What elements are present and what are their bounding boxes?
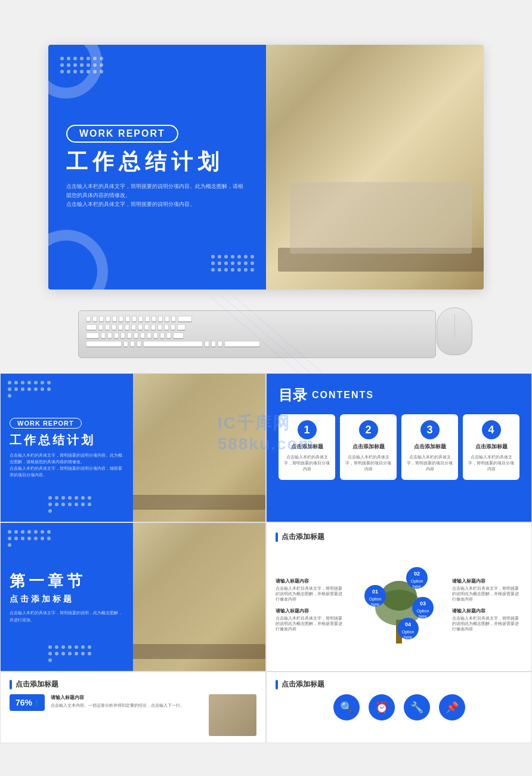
stats-sub-text: 点击输入文本内容。一切运算分析并得到定量的结论，点击输入下一行。 — [51, 703, 203, 709]
svg-text:04: 04 — [405, 621, 411, 627]
stats-photo-placeholder — [209, 694, 256, 736]
card-text-4: 点击输入本栏的具体文字，简明扼要的项目分项内容 — [468, 454, 515, 472]
svg-text:here: here — [404, 635, 412, 639]
icons-row: 🔍 ⏰ 🔧 📌 — [276, 694, 522, 720]
clock-icon: ⏰ — [375, 701, 388, 714]
subtitle-slide2: 点击输入本栏的具体文字，简明扼要的说明分项内容。此为概念图解，请根据您的具体内容… — [10, 452, 124, 479]
content-card-3: 3 点击添加标题 点击输入本栏的具体文字，简明扼要的项目分项内容 — [401, 414, 458, 480]
photo-placeholder-main — [266, 45, 484, 290]
svg-text:Option: Option — [417, 609, 429, 614]
title-slide2: 工作总结计划 — [10, 432, 124, 448]
deco-dots-slide2 — [8, 381, 51, 398]
pin-icon: 📌 — [446, 701, 459, 714]
chinese-title-main: 工作总结计划 — [66, 149, 248, 174]
slide-stats: 点击添加标题 76% ↑ 请输入标题内容 点击输入文本内容。一切运算分析并得到定… — [0, 672, 266, 743]
card-num-4: 4 — [482, 420, 501, 439]
svg-text:02: 02 — [414, 571, 420, 577]
icon-circle-pin: 📌 — [439, 694, 465, 720]
chapter-num: 第一章节 — [10, 571, 124, 592]
laptop-slide2 — [120, 495, 265, 510]
text-block-left-1: 请输入标题内容 点击输入本栏目具体文字，简明扼要的说明此为概念图解，并根据需要进… — [276, 578, 346, 602]
photo-slide2 — [120, 374, 265, 522]
svg-line-1 — [233, 295, 323, 373]
content-card-1: 1 点击添加标题 点击输入本栏的具体文字，简明扼要的项目分项内容 — [279, 414, 335, 480]
icon-circle-clock: ⏰ — [369, 694, 395, 720]
stats-text-block: 请输入标题内容 点击输入文本内容。一切运算分析并得到定量的结论，点击输入下一行。 — [51, 694, 203, 709]
card-title-3: 点击添加标题 — [414, 443, 446, 451]
tree-title: 点击添加标题 — [276, 532, 522, 542]
photo-chapter — [120, 523, 265, 671]
deco-circle-bottomleft — [48, 230, 108, 290]
laptop-chapter — [120, 644, 265, 659]
stats-content: 76% ↑ 请输入标题内容 点击输入文本内容。一切运算分析并得到定量的结论，点击… — [10, 694, 256, 736]
deco-dots-chapter-br — [48, 645, 91, 662]
contents-cards: 1 点击添加标题 点击输入本栏的具体文字，简明扼要的项目分项内容 2 点击添加标… — [279, 414, 519, 480]
screen-shape — [290, 182, 472, 254]
subtitle-main: 点击输入本栏的具体文字，简明扼要的说明分项内容。此为概念图解，请根据您的具体内容… — [66, 182, 248, 210]
chapter-desc: 点击输入本栏的具体文字，简明扼要的说明，此为概念图解，并进行添加。 — [10, 609, 124, 623]
card-text-3: 点击输入本栏的具体文字，简明扼要的项目分项内容 — [406, 454, 453, 472]
content-card-2: 2 点击添加标题 点击输入本栏的具体文字，简明扼要的项目分项内容 — [340, 414, 397, 480]
work-report-badge-main: WORK REPORT — [66, 125, 178, 143]
svg-text:here: here — [413, 584, 421, 589]
keyboard-area — [0, 295, 532, 373]
title-indicator — [276, 532, 278, 542]
percent-badge: 76% ↑ — [10, 694, 45, 711]
svg-text:03: 03 — [420, 601, 426, 606]
stats-title-indicator — [10, 680, 12, 689]
contents-title-english: CONTENTS — [312, 390, 374, 401]
icons-title: 点击添加标题 — [276, 679, 522, 689]
slide-chapter: 第一章节 点击添加标题 点击输入本栏的具体文字，简明扼要的说明，此为概念图解，并… — [0, 522, 266, 672]
percent-value: 76% — [16, 698, 32, 707]
tree-content: 请输入标题内容 点击输入本栏目具体文字，简明扼要的说明此为概念图解，并根据需要进… — [276, 548, 522, 661]
deco-dots-bottomright — [211, 255, 254, 272]
tree-row-text-2: 请输入标题内容 点击输入本栏目具体文字，简明扼要的说明此为概念图解，并根据需要进… — [276, 608, 346, 632]
tree-text-right: 请输入标题内容 点击输入本栏目具体文字，简明扼要的说明此为概念图解，并根据需要进… — [452, 578, 522, 632]
icons-title-indicator — [276, 680, 278, 689]
svg-line-0 — [221, 295, 311, 373]
card-num-1: 1 — [298, 420, 317, 439]
arrow-up-icon: ↑ — [35, 698, 39, 707]
text-block-left-2: 请输入标题内容 点击输入本栏目具体文字，简明扼要的说明此为概念图解，并根据需要进… — [276, 608, 346, 632]
stats-title: 点击添加标题 — [10, 679, 256, 689]
icon-circle-search: 🔍 — [333, 694, 360, 720]
slide-main: WORK REPORT 工作总结计划 点击输入本栏的具体文字，简明扼要的说明分项… — [48, 45, 484, 290]
wrench-icon: 🔧 — [410, 701, 423, 714]
card-title-2: 点击添加标题 — [352, 443, 385, 451]
svg-line-2 — [209, 295, 299, 373]
tree-text-body-r1: 点击输入本栏目具体文字，简明扼要的说明此为概念图解，并根据需要进行修改内容 — [452, 586, 522, 602]
card-text-1: 点击输入本栏的具体文字，简明扼要的项目分项内容 — [283, 454, 330, 472]
text-block-right-2: 请输入标题内容 点击输入本栏目具体文字，简明扼要的说明此为概念图解，并根据需要进… — [452, 608, 522, 632]
tree-row-text-1: 请输入标题内容 点击输入本栏目具体文字，简明扼要的说明此为概念图解，并根据需要进… — [276, 578, 346, 602]
deco-dots-chapter — [8, 530, 51, 547]
tree-text-title-l2: 请输入标题内容 — [276, 608, 346, 614]
svg-text:here: here — [419, 614, 427, 618]
slide-contents: 目录 CONTENTS 1 点击添加标题 点击输入本栏的具体文字，简明扼要的项目… — [266, 373, 532, 522]
diagonal-lines-deco — [191, 295, 341, 373]
badge-slide2: WORK REPORT — [10, 418, 82, 429]
card-num-2: 2 — [359, 420, 378, 439]
svg-text:Option: Option — [402, 630, 415, 635]
tree-text-body-l1: 点击输入本栏目具体文字，简明扼要的说明此为概念图解，并根据需要进行修改内容 — [276, 586, 346, 602]
slide-icons: 点击添加标题 🔍 ⏰ 🔧 📌 — [266, 672, 532, 743]
mouse-shape — [437, 307, 472, 355]
slide-tree: 点击添加标题 请输入标题内容 点击输入本栏目具体文字，简明扼要的说明此为概念图解… — [266, 522, 532, 672]
text-block-right-1: 请输入标题内容 点击输入本栏目具体文字，简明扼要的说明此为概念图解，并根据需要进… — [452, 578, 522, 602]
slide-main-right-photo — [266, 45, 484, 290]
tree-text-title-l1: 请输入标题内容 — [276, 578, 346, 584]
search-icon: 🔍 — [340, 701, 353, 714]
stats-main-text: 请输入标题内容 — [51, 694, 203, 701]
tree-text-body-r2: 点击输入本栏目具体文字，简明扼要的说明此为概念图解，并根据需要进行修改内容 — [452, 615, 522, 632]
icon-circle-wrench: 🔧 — [404, 694, 430, 720]
tree-options-left: 请输入标题内容 点击输入本栏目具体文字，简明扼要的说明此为概念图解，并根据需要进… — [276, 578, 346, 632]
slide-main-left-panel: WORK REPORT 工作总结计划 点击输入本栏的具体文字，简明扼要的说明分项… — [48, 45, 266, 290]
contents-title-chinese: 目录 — [279, 386, 307, 405]
tree-text-title-r1: 请输入标题内容 — [452, 578, 522, 584]
slide-cover-small: WORK REPORT 工作总结计划 点击输入本栏的具体文字，简明扼要的说明分项… — [0, 373, 266, 522]
card-title-4: 点击添加标题 — [475, 443, 508, 451]
deco-dots-topleft — [60, 57, 103, 73]
slides-grid: WORK REPORT 工作总结计划 点击输入本栏的具体文字，简明扼要的说明分项… — [0, 373, 532, 743]
content-card-4: 4 点击添加标题 点击输入本栏的具体文字，简明扼要的项目分项内容 — [463, 414, 519, 480]
card-num-3: 3 — [420, 420, 440, 439]
chapter-subtitle: 点击添加标题 — [10, 594, 124, 605]
